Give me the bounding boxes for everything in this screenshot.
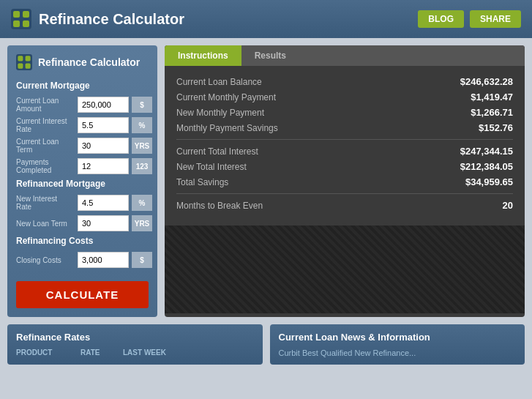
svg-rect-7 bbox=[26, 56, 31, 61]
current-interest-rate-label: Current Interest Rate bbox=[16, 117, 75, 133]
months-break-even-row: Months to Break Even 20 bbox=[176, 200, 513, 211]
col-last-week: LAST WEEK bbox=[123, 348, 174, 357]
new-monthly-payment-label: New Monthly Payment bbox=[176, 108, 264, 118]
new-interest-rate-input[interactable] bbox=[78, 195, 129, 211]
svg-rect-4 bbox=[23, 20, 29, 27]
new-interest-rate-unit: % bbox=[132, 195, 152, 211]
refinancing-costs-title: Refinancing Costs bbox=[16, 236, 149, 246]
bottom-right-description: Curbit Best Qualified New Refinance... bbox=[279, 348, 517, 357]
right-panel: Instructions Results Current Loan Balanc… bbox=[165, 45, 525, 317]
payments-completed-input[interactable] bbox=[78, 158, 129, 174]
divider-2 bbox=[176, 193, 513, 194]
current-mortgage-title: Current Mortgage bbox=[16, 81, 149, 91]
new-total-interest-row: New Total Interest $212,384.05 bbox=[176, 161, 513, 172]
new-total-interest-value: $212,384.05 bbox=[460, 161, 513, 172]
results-area: Current Loan Balance $246,632.28 Current… bbox=[165, 66, 525, 225]
months-break-even-value: 20 bbox=[503, 200, 513, 211]
new-loan-term-unit: YRS bbox=[132, 215, 152, 231]
dark-bottom-area bbox=[165, 225, 525, 313]
col-rate: RATE bbox=[80, 348, 117, 357]
page-title: Refinance Calculator bbox=[39, 11, 184, 28]
header-buttons: BLOG SHARE bbox=[418, 10, 521, 28]
current-total-interest-value: $247,344.15 bbox=[460, 146, 513, 157]
current-loan-term-unit: YRS bbox=[132, 138, 152, 154]
total-savings-value: $34,959.65 bbox=[465, 176, 513, 187]
closing-costs-input[interactable] bbox=[78, 252, 129, 268]
divider-1 bbox=[176, 139, 513, 140]
bottom-right-title: Current Loan News & Information bbox=[279, 332, 517, 343]
new-loan-term-row: New Loan Term YRS bbox=[16, 215, 149, 231]
logo-icon bbox=[11, 9, 31, 29]
monthly-payment-savings-value: $152.76 bbox=[479, 122, 513, 133]
svg-rect-6 bbox=[18, 56, 23, 61]
monthly-payment-savings-label: Monthly Payment Savings bbox=[176, 123, 278, 133]
payments-completed-unit: 123 bbox=[132, 158, 152, 174]
current-loan-term-input[interactable] bbox=[78, 138, 129, 154]
left-panel-header: Refinance Calculator bbox=[16, 54, 149, 70]
new-interest-rate-row: New Interest Rate % bbox=[16, 195, 149, 211]
current-loan-balance-label: Current Loan Balance bbox=[176, 77, 262, 87]
closing-costs-row: Closing Costs $ bbox=[16, 252, 149, 268]
tab-instructions[interactable]: Instructions bbox=[165, 45, 241, 66]
current-total-interest-row: Current Total Interest $247,344.15 bbox=[176, 146, 513, 157]
current-interest-rate-unit: % bbox=[132, 117, 152, 133]
total-savings-label: Total Savings bbox=[176, 177, 228, 187]
main-content: Refinance Calculator Current Mortgage Cu… bbox=[0, 38, 532, 324]
calculate-button[interactable]: CALCULATE bbox=[16, 281, 149, 308]
col-product: PRODUCT bbox=[16, 348, 75, 357]
svg-rect-3 bbox=[13, 20, 20, 27]
total-savings-row: Total Savings $34,959.65 bbox=[176, 176, 513, 187]
current-loan-term-label: Current Loan Term bbox=[16, 138, 75, 154]
bottom-left-title: Refinance Rates bbox=[16, 332, 254, 343]
payments-completed-row: Payments Completed 123 bbox=[16, 158, 149, 174]
closing-costs-unit: $ bbox=[132, 252, 152, 268]
header: Refinance Calculator BLOG SHARE bbox=[0, 0, 532, 38]
current-loan-term-row: Current Loan Term YRS bbox=[16, 138, 149, 154]
svg-rect-2 bbox=[23, 11, 29, 18]
current-monthly-payment-label: Current Monthly Payment bbox=[176, 92, 276, 102]
new-interest-rate-label: New Interest Rate bbox=[16, 195, 75, 211]
monthly-payment-savings-row: Monthly Payment Savings $152.76 bbox=[176, 122, 513, 133]
current-monthly-payment-value: $1,419.47 bbox=[471, 92, 513, 102]
svg-rect-1 bbox=[13, 11, 20, 18]
bottom-section: Refinance Rates PRODUCT RATE LAST WEEK C… bbox=[0, 324, 532, 372]
current-loan-amount-row: Current Loan Amount $ bbox=[16, 97, 149, 113]
current-loan-balance-value: $246,632.28 bbox=[460, 76, 513, 87]
current-loan-balance-row: Current Loan Balance $246,632.28 bbox=[176, 76, 513, 87]
header-left: Refinance Calculator bbox=[11, 9, 184, 29]
payments-completed-label: Payments Completed bbox=[16, 158, 75, 174]
new-loan-term-label: New Loan Term bbox=[16, 220, 75, 228]
new-monthly-payment-value: $1,266.71 bbox=[471, 107, 513, 118]
bottom-left-panel: Refinance Rates PRODUCT RATE LAST WEEK bbox=[7, 324, 263, 365]
refinanced-mortgage-title: Refinanced Mortgage bbox=[16, 179, 149, 189]
panel-logo-icon bbox=[16, 54, 32, 70]
svg-rect-8 bbox=[18, 64, 23, 69]
bottom-table-header: PRODUCT RATE LAST WEEK bbox=[16, 348, 254, 357]
svg-rect-9 bbox=[26, 64, 31, 69]
tabs: Instructions Results bbox=[165, 45, 525, 66]
left-panel: Refinance Calculator Current Mortgage Cu… bbox=[7, 45, 157, 317]
blog-button[interactable]: BLOG bbox=[418, 10, 464, 28]
new-monthly-payment-row: New Monthly Payment $1,266.71 bbox=[176, 107, 513, 118]
tab-results[interactable]: Results bbox=[241, 45, 299, 66]
current-total-interest-label: Current Total Interest bbox=[176, 146, 258, 157]
months-break-even-label: Months to Break Even bbox=[176, 201, 263, 211]
current-interest-rate-input[interactable] bbox=[78, 117, 129, 133]
current-monthly-payment-row: Current Monthly Payment $1,419.47 bbox=[176, 92, 513, 102]
new-total-interest-label: New Total Interest bbox=[176, 162, 247, 172]
share-button[interactable]: SHARE bbox=[470, 10, 521, 28]
closing-costs-label: Closing Costs bbox=[16, 256, 75, 264]
current-loan-amount-input[interactable] bbox=[78, 97, 129, 113]
bottom-right-panel: Current Loan News & Information Curbit B… bbox=[270, 324, 525, 365]
current-loan-amount-unit: $ bbox=[132, 97, 152, 113]
new-loan-term-input[interactable] bbox=[78, 215, 129, 231]
left-panel-title: Refinance Calculator bbox=[38, 56, 140, 68]
current-loan-amount-label: Current Loan Amount bbox=[16, 97, 75, 113]
current-interest-rate-row: Current Interest Rate % bbox=[16, 117, 149, 133]
